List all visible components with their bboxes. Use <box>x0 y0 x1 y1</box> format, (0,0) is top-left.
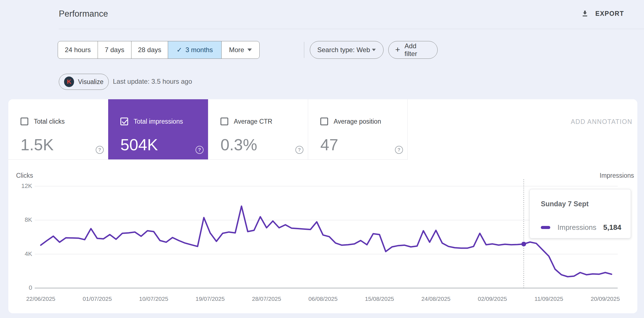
y-tick-label: 0 <box>8 284 32 291</box>
export-button[interactable]: EXPORT <box>578 7 627 20</box>
impressions-legend-swatch <box>541 226 550 229</box>
export-label: EXPORT <box>595 10 624 17</box>
range-7-days[interactable]: 7 days <box>98 41 131 58</box>
performance-page: Performance EXPORT 24 hours 7 days 28 da… <box>0 0 644 318</box>
x-tick-label: 22/06/2025 <box>20 296 62 302</box>
card-label: Total clicks <box>34 118 65 125</box>
card-value: 0.3% <box>220 135 257 154</box>
card-head: Total impressions <box>120 118 183 125</box>
add-filter-label: Add filter <box>405 42 431 58</box>
visualize-app-icon: K <box>64 77 74 87</box>
range-label: 24 hours <box>65 46 91 54</box>
x-tick-label: 06/08/2025 <box>302 296 344 302</box>
range-24-hours[interactable]: 24 hours <box>58 41 98 58</box>
x-tick-label: 10/07/2025 <box>133 296 174 302</box>
chevron-down-icon <box>372 49 376 51</box>
range-more-dropdown[interactable]: More <box>222 41 259 58</box>
y-tick-label: 8K <box>8 216 32 223</box>
card-head: Average CTR <box>220 118 272 125</box>
help-icon[interactable]: ? <box>295 146 303 154</box>
checkbox-average-position[interactable] <box>320 118 328 125</box>
card-value: 1.5K <box>21 135 54 154</box>
header-divider <box>59 29 644 29</box>
date-range-group: 24 hours 7 days 28 days ✓ 3 months More <box>58 41 260 59</box>
card-total-clicks[interactable]: Total clicks 1.5K ? <box>8 99 108 160</box>
right-axis-title: Impressions <box>600 172 634 179</box>
x-tick-label: 20/09/2025 <box>584 296 626 302</box>
card-head: Total clicks <box>21 118 65 125</box>
x-tick-label: 28/07/2025 <box>246 296 287 302</box>
x-tick-label: 19/07/2025 <box>189 296 231 302</box>
page-title: Performance <box>59 9 108 19</box>
tooltip-date: Sunday 7 Sept <box>541 200 589 208</box>
y-tick-label: 4K <box>8 250 32 258</box>
filter-group-divider <box>304 42 304 58</box>
card-head: Average position <box>320 118 381 125</box>
visualize-label: Visualize <box>78 78 103 86</box>
checkbox-total-impressions[interactable] <box>120 118 128 125</box>
plus-icon: + <box>395 45 400 54</box>
help-icon[interactable]: ? <box>96 146 104 154</box>
card-label: Average position <box>334 118 381 125</box>
card-label: Total impressions <box>134 118 183 125</box>
visualize-button[interactable]: K Visualize <box>59 74 109 90</box>
range-28-days[interactable]: 28 days <box>131 41 168 58</box>
card-average-ctr[interactable]: Average CTR 0.3% ? <box>208 99 308 160</box>
download-icon <box>581 9 589 18</box>
chart-tooltip: Sunday 7 Sept Impressions 5,184 <box>529 189 631 238</box>
y-tick-label: 12K <box>8 182 32 190</box>
range-label: 3 months <box>186 46 213 54</box>
range-label: 7 days <box>105 46 125 54</box>
tooltip-row: Impressions 5,184 <box>541 223 621 232</box>
tooltip-series-label: Impressions <box>557 223 596 232</box>
card-value: 47 <box>320 135 338 154</box>
checkbox-average-ctr[interactable] <box>220 118 228 125</box>
x-tick-label: 11/09/2025 <box>528 296 570 302</box>
more-label: More <box>229 46 244 54</box>
add-annotation-button[interactable]: ADD ANNOTATION <box>571 118 632 126</box>
x-tick-label: 15/08/2025 <box>359 296 400 302</box>
x-tick-label: 01/07/2025 <box>77 296 118 302</box>
range-label: 28 days <box>138 46 161 54</box>
checkbox-total-clicks[interactable] <box>21 118 28 125</box>
card-average-position[interactable]: Average position 47 ? <box>308 99 408 160</box>
search-type-label: Search type: Web <box>317 46 370 54</box>
range-3-months-selected[interactable]: ✓ 3 months <box>168 41 222 58</box>
help-icon[interactable]: ? <box>196 146 204 154</box>
add-filter-button[interactable]: + Add filter <box>388 41 438 59</box>
card-label: Average CTR <box>234 118 272 125</box>
x-tick-label: 24/08/2025 <box>415 296 457 302</box>
chevron-down-icon <box>247 49 252 51</box>
check-icon: ✓ <box>177 46 182 54</box>
search-type-dropdown[interactable]: Search type: Web <box>310 41 384 59</box>
left-axis-title: Clicks <box>16 172 33 179</box>
card-value: 504K <box>120 135 158 154</box>
tooltip-value: 5,184 <box>603 223 621 232</box>
help-icon[interactable]: ? <box>395 146 403 154</box>
card-total-impressions[interactable]: Total impressions 504K ? <box>108 99 208 160</box>
x-tick-label: 02/09/2025 <box>471 296 513 302</box>
last-update-text: Last update: 3.5 hours ago <box>113 78 192 85</box>
